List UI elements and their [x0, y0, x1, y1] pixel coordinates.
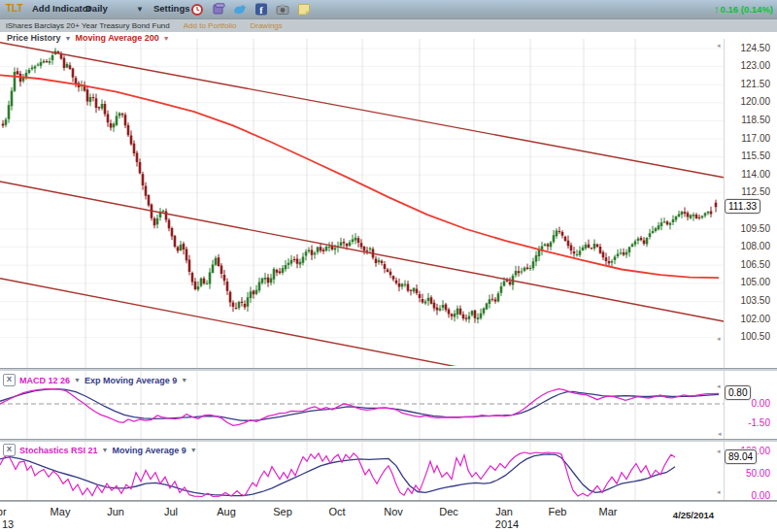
price-axis-label: 115.50	[726, 150, 770, 161]
price-axis-label: 109.50	[726, 223, 770, 234]
panel-resize-divider[interactable]	[0, 368, 777, 371]
price-axis-label: 100.50	[726, 331, 770, 342]
stochastics-axis-label: 50.00	[726, 468, 770, 479]
price-axis-label: 114.00	[726, 169, 770, 180]
price-axis-label: 108.00	[726, 241, 770, 251]
price-axis-label: 123.00	[726, 60, 770, 71]
price-panel-header: Price History▼ Moving Average 200▼	[7, 33, 170, 43]
macd-signal-line	[0, 389, 719, 421]
chevron-down-icon[interactable]: ▼	[74, 377, 81, 383]
price-axis-label: 106.50	[726, 259, 770, 270]
stochastics-ma-line	[0, 454, 675, 496]
stochastics-rsi-line	[0, 452, 675, 497]
price-axis-label: 120.00	[726, 96, 770, 107]
cube-icon[interactable]	[212, 3, 225, 16]
moving-average-9-indicator-menu[interactable]: Moving Average 9	[112, 446, 186, 455]
stochastics-rsi-indicator-menu[interactable]: Stochastics RSI 21	[19, 446, 98, 455]
current-macd-value-box: 0.80	[725, 385, 751, 400]
chevron-down-icon[interactable]: ▼	[163, 35, 170, 42]
facebook-icon[interactable]: f	[254, 3, 268, 16]
macd-axis-label: -1.50	[726, 417, 770, 428]
chart-application-window: TLT Add Indicator Daily ▼ Settings f ↑0.…	[0, 0, 777, 532]
candlestick-series	[2, 48, 718, 323]
chevron-down-icon[interactable]: ▼	[102, 447, 109, 453]
axis-scroll-arrow[interactable]: ◂	[717, 448, 721, 455]
price-history-indicator-menu[interactable]: Price History	[7, 33, 61, 43]
axis-scroll-arrow[interactable]: ◂	[717, 488, 721, 496]
price-axis-label: 102.00	[726, 314, 770, 324]
moving-average-200-indicator-menu[interactable]: Moving Average 200	[75, 33, 158, 43]
axis-scroll-arrow[interactable]: ◂	[717, 382, 721, 390]
time-axis-divider	[0, 500, 777, 502]
chevron-down-icon[interactable]: ▼	[65, 35, 72, 42]
note-icon[interactable]	[297, 3, 311, 16]
price-axis-label: 117.00	[726, 133, 770, 144]
price-axis-label: 103.50	[726, 295, 770, 306]
twitter-icon[interactable]	[233, 3, 247, 16]
trend-channel-line[interactable]	[0, 279, 486, 373]
price-axis-label: 124.50	[726, 43, 770, 53]
chevron-down-icon[interactable]: ▼	[181, 377, 187, 383]
close-stochastics-panel-button[interactable]: X	[3, 444, 16, 456]
chevron-down-icon[interactable]: ▼	[190, 447, 197, 453]
stochastics-panel-header: X Stochastics RSI 21▼ Moving Average 9▼	[3, 444, 197, 456]
macd-panel-header: X MACD 12 26▼ Exp Moving Average 9▼	[3, 374, 187, 386]
price-axis-label: 121.50	[726, 79, 770, 89]
price-axis-label: 112.50	[726, 186, 770, 197]
current-price-box: 111.33	[725, 199, 760, 214]
close-macd-panel-button[interactable]: X	[3, 374, 16, 386]
macd-indicator-menu[interactable]: MACD 12 26	[19, 376, 70, 385]
clock-icon[interactable]	[190, 3, 204, 16]
axis-scroll-arrow[interactable]: ◂	[717, 42, 721, 50]
price-axis-label: 105.00	[726, 277, 770, 287]
camera-icon[interactable]	[276, 3, 289, 16]
price-axis-border	[724, 39, 725, 500]
price-axis-label: 118.50	[726, 115, 770, 125]
current-stochastics-value-box: 89.04	[725, 449, 757, 464]
exp-moving-average-indicator-menu[interactable]: Exp Moving Average 9	[84, 376, 177, 385]
panel-resize-divider[interactable]	[0, 439, 777, 442]
axis-scroll-arrow[interactable]: ◂	[717, 335, 721, 343]
axis-scroll-arrow[interactable]: ◂	[718, 430, 722, 438]
